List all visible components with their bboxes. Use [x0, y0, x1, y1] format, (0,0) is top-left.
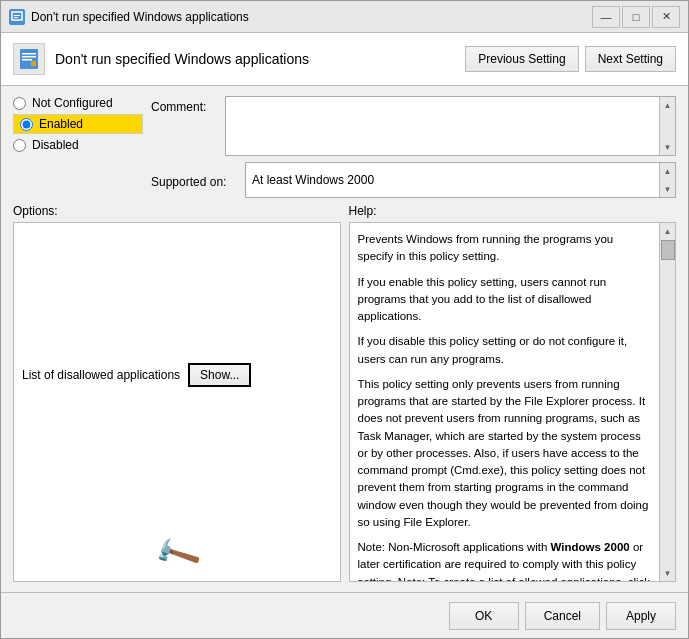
comment-scrollbar: ▲ ▼ [659, 97, 675, 155]
section-headers: Options: Help: [13, 204, 676, 218]
content-area: Not Configured Enabled Disabled Comment: [1, 86, 688, 592]
not-configured-radio[interactable] [13, 97, 26, 110]
comment-label: Comment: [151, 96, 221, 114]
policy-icon [13, 43, 45, 75]
help-text-area: Prevents Windows from running the progra… [350, 223, 660, 581]
header-title: Don't run specified Windows applications [55, 51, 465, 67]
cancel-button[interactable]: Cancel [525, 602, 600, 630]
help-scroll-thumb[interactable] [661, 240, 675, 260]
header-buttons: Previous Setting Next Setting [465, 46, 676, 72]
help-scroll-down[interactable]: ▼ [660, 565, 676, 581]
options-section-header: Options: [13, 204, 341, 218]
not-configured-label: Not Configured [32, 96, 113, 110]
footer-area: OK Cancel Apply [1, 592, 688, 638]
help-para-4: This policy setting only prevents users … [358, 376, 652, 531]
list-label: List of disallowed applications [22, 368, 180, 382]
apply-button[interactable]: Apply [606, 602, 676, 630]
supported-scroll-down[interactable]: ▼ [660, 181, 676, 197]
supported-scrollbar: ▲ ▼ [659, 163, 675, 197]
radio-group: Not Configured Enabled Disabled [13, 96, 143, 198]
window-icon [9, 9, 25, 25]
enabled-option[interactable]: Enabled [13, 114, 143, 134]
help-scroll-up[interactable]: ▲ [660, 223, 676, 239]
maximize-button[interactable]: □ [622, 6, 650, 28]
close-button[interactable]: ✕ [652, 6, 680, 28]
enabled-radio[interactable] [20, 118, 33, 131]
svg-rect-7 [31, 61, 36, 66]
svg-rect-1 [14, 15, 20, 16]
svg-rect-4 [22, 53, 36, 55]
header-area: Don't run specified Windows applications… [1, 33, 688, 86]
help-scrollbar: ▲ ▼ [659, 223, 675, 581]
supported-scroll-up[interactable]: ▲ [660, 163, 676, 179]
options-panel: List of disallowed applications Show... … [13, 222, 341, 582]
help-para-2: If you enable this policy setting, users… [358, 274, 652, 326]
help-para-1: Prevents Windows from running the progra… [358, 231, 652, 266]
hammer-icon: 🔨 [150, 528, 204, 581]
help-section-header: Help: [349, 204, 677, 218]
supported-value: At least Windows 2000 [252, 173, 669, 187]
help-para-3: If you disable this policy setting or do… [358, 333, 652, 368]
svg-rect-6 [22, 59, 32, 61]
title-bar-text: Don't run specified Windows applications [31, 10, 592, 24]
prev-setting-button[interactable]: Previous Setting [465, 46, 578, 72]
scroll-up-arrow[interactable]: ▲ [660, 97, 676, 113]
title-bar: Don't run specified Windows applications… [1, 1, 688, 33]
disabled-option[interactable]: Disabled [13, 138, 143, 152]
svg-rect-5 [22, 56, 36, 58]
minimize-button[interactable]: — [592, 6, 620, 28]
options-inner: List of disallowed applications Show... [14, 223, 340, 527]
disabled-label: Disabled [32, 138, 79, 152]
supported-box: At least Windows 2000 ▲ ▼ [245, 162, 676, 198]
help-panel: Prevents Windows from running the progra… [349, 222, 677, 582]
svg-rect-2 [14, 17, 18, 18]
scroll-track [660, 113, 675, 139]
next-setting-button[interactable]: Next Setting [585, 46, 676, 72]
show-button[interactable]: Show... [188, 363, 251, 387]
supported-label: Supported on: [151, 171, 241, 189]
disabled-radio[interactable] [13, 139, 26, 152]
comment-input[interactable] [226, 97, 675, 155]
main-window: Don't run specified Windows applications… [0, 0, 689, 639]
enabled-label: Enabled [39, 117, 83, 131]
comment-box: ▲ ▼ [225, 96, 676, 156]
hammer-area: 🔨 [14, 527, 340, 581]
scroll-down-arrow[interactable]: ▼ [660, 139, 676, 155]
panels-area: List of disallowed applications Show... … [13, 222, 676, 582]
ok-button[interactable]: OK [449, 602, 519, 630]
title-bar-controls: — □ ✕ [592, 6, 680, 28]
not-configured-option[interactable]: Not Configured [13, 96, 143, 110]
help-para-5: Note: Non-Microsoft applications with Wi… [358, 539, 652, 581]
